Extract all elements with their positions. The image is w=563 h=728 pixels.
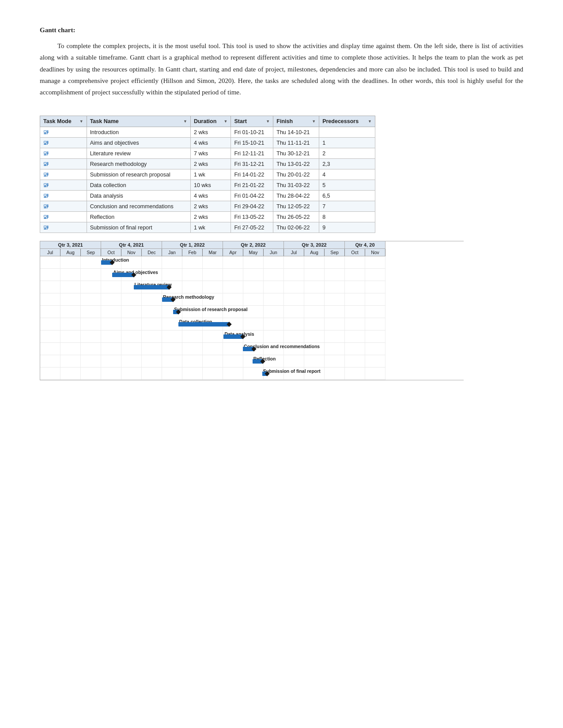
- task-mode-icon: 🖳: [43, 161, 49, 167]
- gantt-task-label: Submission of final report: [263, 368, 321, 374]
- gantt-month-cell: Oct: [101, 249, 121, 256]
- table-row: 🖳Conclusion and recommendations2 wksFri …: [40, 201, 375, 212]
- gantt-quarter-header: Qtr 3, 2021Qtr 4, 2021Qtr 1, 2022Qtr 2, …: [40, 241, 464, 249]
- task-mode-icon: 🖳: [43, 139, 49, 146]
- cell-task-mode: 🖳: [40, 127, 87, 138]
- gantt-quarter-cell: Qtr 1, 2022: [162, 241, 223, 249]
- cell-task-name: Research methodology: [87, 159, 190, 169]
- table-row: 🖳Submission of research proposal1 wkFri …: [40, 169, 375, 180]
- cell-predecessors: 2: [319, 148, 375, 159]
- cell-task-name: Reflection: [87, 212, 190, 222]
- gantt-task-label: Submission of research proposal: [174, 307, 247, 312]
- cell-finish: Thu 12-05-22: [273, 201, 319, 212]
- cell-task-mode: 🖳: [40, 159, 87, 169]
- cell-task-mode: 🖳: [40, 138, 87, 148]
- cell-task-mode: 🖳: [40, 180, 87, 191]
- col-start[interactable]: Start ▼: [231, 116, 273, 127]
- cell-task-name: Submission of research proposal: [87, 169, 190, 180]
- gantt-month-cell: Nov: [365, 249, 385, 256]
- sort-icon-start: ▼: [266, 119, 270, 124]
- table-row: 🖳Data analysis4 wksFri 01-04-22Thu 28-04…: [40, 191, 375, 201]
- col-duration[interactable]: Duration ▼: [190, 116, 230, 127]
- table-row: 🖳Data collection10 wksFri 21-01-22Thu 31…: [40, 180, 375, 191]
- cell-start: Fri 31-12-21: [231, 159, 273, 169]
- gantt-month-cell: Jun: [264, 249, 284, 256]
- gantt-bar: [134, 285, 170, 289]
- cell-duration: 7 wks: [190, 148, 230, 159]
- table-row: 🖳Submission of final report1 wkFri 27-05…: [40, 222, 375, 233]
- cell-start: Fri 01-04-22: [231, 191, 273, 201]
- col-predecessors[interactable]: Predecessors ▼: [319, 116, 375, 127]
- cell-predecessors: 8: [319, 212, 375, 222]
- task-mode-icon: 🖳: [43, 192, 49, 199]
- task-mode-icon: 🖳: [43, 224, 49, 231]
- gantt-task-row: Research methodology: [40, 293, 385, 306]
- gantt-month-cell: Apr: [223, 249, 243, 256]
- col-task-mode[interactable]: Task Mode ▼: [40, 116, 87, 127]
- cell-predecessors: 7: [319, 201, 375, 212]
- sort-icon-taskmode: ▼: [79, 119, 83, 124]
- cell-task-name: Submission of final report: [87, 222, 190, 233]
- cell-start: Fri 29-04-22: [231, 201, 273, 212]
- cell-task-mode: 🖳: [40, 191, 87, 201]
- cell-finish: Thu 20-01-22: [273, 169, 319, 180]
- table-row: 🖳Research methodology2 wksFri 31-12-21Th…: [40, 159, 375, 169]
- cell-finish: Thu 26-05-22: [273, 212, 319, 222]
- gantt-quarter-cell: Qtr 3, 2022: [284, 241, 345, 249]
- cell-duration: 2 wks: [190, 159, 230, 169]
- cell-duration: 4 wks: [190, 138, 230, 148]
- cell-finish: Thu 30-12-21: [273, 148, 319, 159]
- cell-start: Fri 14-01-22: [231, 169, 273, 180]
- gantt-task-row: Reflection: [40, 355, 385, 368]
- cell-finish: Thu 14-10-21: [273, 127, 319, 138]
- gantt-task-row: Aims and objectives: [40, 269, 385, 281]
- cell-finish: Thu 11-11-21: [273, 138, 319, 148]
- gantt-month-header: JulAugSepOctNovDecJanFebMarAprMayJunJulA…: [40, 249, 464, 256]
- cell-duration: 1 wk: [190, 169, 230, 180]
- cell-duration: 2 wks: [190, 212, 230, 222]
- gantt-body: IntroductionAims and objectivesLiteratur…: [40, 256, 464, 380]
- section-title: Gantt chart:: [40, 26, 523, 34]
- task-mode-icon: 🖳: [43, 203, 49, 210]
- cell-task-name: Conclusion and recommendations: [87, 201, 190, 212]
- cell-duration: 10 wks: [190, 180, 230, 191]
- gantt-task-row: Submission of final report: [40, 368, 385, 380]
- gantt-month-cell: Jan: [162, 249, 182, 256]
- cell-task-name: Literature review: [87, 148, 190, 159]
- cell-task-mode: 🖳: [40, 212, 87, 222]
- cell-start: Fri 27-05-22: [231, 222, 273, 233]
- cell-predecessors: 1: [319, 138, 375, 148]
- table-row: 🖳Literature review7 wksFri 12-11-21Thu 3…: [40, 148, 375, 159]
- gantt-month-cell: Nov: [121, 249, 142, 256]
- cell-task-name: Data collection: [87, 180, 190, 191]
- gantt-task-row: Conclusion and recommendations: [40, 343, 385, 355]
- task-mode-icon: 🖳: [43, 182, 49, 188]
- gantt-month-cell: Feb: [182, 249, 203, 256]
- task-mode-icon: 🖳: [43, 171, 49, 178]
- table-row: 🖳Reflection2 wksFri 13-05-22Thu 26-05-22…: [40, 212, 375, 222]
- cell-predecessors: 6,5: [319, 191, 375, 201]
- col-task-name[interactable]: Task Name ▼: [87, 116, 190, 127]
- cell-start: Fri 13-05-22: [231, 212, 273, 222]
- cell-finish: Thu 13-01-22: [273, 159, 319, 169]
- cell-predecessors: 5: [319, 180, 375, 191]
- gantt-quarter-cell: Qtr 2, 2022: [223, 241, 284, 249]
- col-finish[interactable]: Finish ▼: [273, 116, 319, 127]
- cell-duration: 1 wk: [190, 222, 230, 233]
- gantt-month-cell: Jul: [284, 249, 304, 256]
- gantt-month-cell: Jul: [40, 249, 60, 256]
- cell-predecessors: [319, 127, 375, 138]
- cell-task-name: Introduction: [87, 127, 190, 138]
- gantt-month-cell: Aug: [60, 249, 81, 256]
- table-row: 🖳Introduction2 wksFri 01-10-21Thu 14-10-…: [40, 127, 375, 138]
- gantt-quarter-cell: Qtr 4, 20: [345, 241, 385, 249]
- cell-predecessors: 2,3: [319, 159, 375, 169]
- gantt-bar: [178, 322, 229, 326]
- gantt-task-row: Data collection: [40, 318, 385, 330]
- cell-duration: 2 wks: [190, 201, 230, 212]
- cell-start: Fri 12-11-21: [231, 148, 273, 159]
- gantt-month-cell: Mar: [203, 249, 223, 256]
- gantt-month-cell: Sep: [325, 249, 345, 256]
- cell-task-mode: 🖳: [40, 222, 87, 233]
- cell-predecessors: 4: [319, 169, 375, 180]
